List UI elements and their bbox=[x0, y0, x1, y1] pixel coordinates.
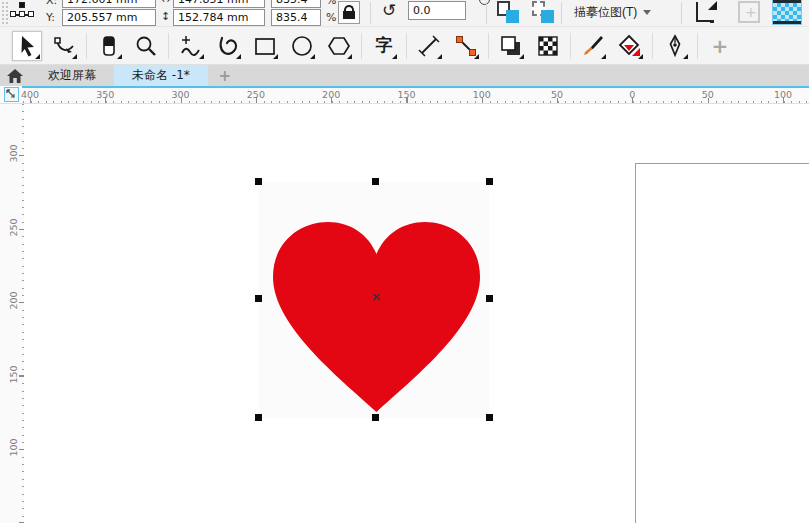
v-ruler-label: 250 bbox=[8, 217, 19, 237]
page-boundary bbox=[635, 163, 809, 523]
separator bbox=[570, 33, 571, 59]
h-ruler-label: 250 bbox=[247, 89, 265, 100]
separator bbox=[488, 33, 489, 59]
heart-image[interactable] bbox=[265, 213, 488, 412]
interactive-fill-tool[interactable] bbox=[615, 31, 645, 61]
eyedropper-tool[interactable] bbox=[578, 31, 608, 61]
add-tool-button[interactable]: + bbox=[705, 31, 735, 61]
selection-handle[interactable] bbox=[486, 178, 493, 185]
tab-welcome-label: 欢迎屏幕 bbox=[48, 67, 96, 84]
edit-bitmap-icon[interactable] bbox=[496, 0, 520, 24]
drawing-canvas[interactable]: 300250200150100 × bbox=[0, 104, 809, 523]
adjust-bitmap-icon-disabled bbox=[738, 1, 760, 23]
h-ruler-label: 100 bbox=[774, 89, 792, 100]
home-icon bbox=[7, 69, 23, 83]
checkerboard-icon bbox=[536, 34, 560, 58]
shape-tool[interactable] bbox=[49, 31, 79, 61]
tab-untitled-document[interactable]: 未命名 -1* bbox=[114, 65, 208, 86]
scale-height-percent-label: % bbox=[326, 11, 336, 24]
object-width-icon: ↔ bbox=[161, 0, 170, 6]
lock-icon bbox=[343, 11, 355, 19]
curve-tool[interactable] bbox=[213, 31, 243, 61]
freehand-tool[interactable] bbox=[176, 31, 206, 61]
h-ruler-label: 150 bbox=[397, 89, 415, 100]
object-height-icon: ↕ bbox=[161, 10, 170, 23]
ellipse-tool[interactable] bbox=[287, 31, 317, 61]
selection-handle[interactable] bbox=[255, 295, 262, 302]
selection-handle[interactable] bbox=[255, 178, 262, 185]
selection-handle[interactable] bbox=[486, 414, 493, 421]
object-origin-selector[interactable] bbox=[10, 0, 36, 21]
bitmap-transparency-icon[interactable] bbox=[773, 0, 801, 24]
property-bar: X: Y: ↔ ↕ % % ↺ 描摹位图(T) bbox=[0, 0, 809, 27]
trace-bitmap-button[interactable]: 描摹位图(T) bbox=[568, 1, 657, 24]
home-tab[interactable] bbox=[0, 65, 30, 86]
selection-handle[interactable] bbox=[486, 295, 493, 302]
document-tab-bar: 欢迎屏幕 未命名 -1* + bbox=[0, 65, 809, 86]
toolbar-grip[interactable] bbox=[0, 0, 8, 26]
y-position-input[interactable] bbox=[62, 9, 156, 26]
tab-document-label: 未命名 -1* bbox=[132, 67, 190, 84]
scale-width-percent-label: % bbox=[326, 0, 336, 7]
x-position-input[interactable] bbox=[62, 0, 156, 8]
horizontal-ruler[interactable]: 40035030025020015010050050100 bbox=[22, 86, 809, 104]
outline-pen-tool[interactable] bbox=[660, 31, 690, 61]
separator bbox=[370, 2, 371, 24]
ruler-origin-icon bbox=[4, 87, 19, 102]
y-position-label: Y: bbox=[46, 11, 55, 24]
separator bbox=[361, 33, 362, 59]
separator bbox=[86, 33, 87, 59]
plus-icon: + bbox=[712, 34, 729, 58]
object-height-input[interactable] bbox=[173, 9, 265, 26]
text-tool[interactable]: 字 bbox=[369, 31, 399, 61]
v-ruler-label: 100 bbox=[8, 438, 19, 458]
scale-width-input[interactable] bbox=[271, 0, 321, 8]
magnifier-icon bbox=[134, 34, 158, 58]
rectangle-tool[interactable] bbox=[250, 31, 280, 61]
separator bbox=[652, 33, 653, 59]
separator bbox=[486, 2, 487, 24]
h-ruler-label: 50 bbox=[551, 89, 563, 100]
tab-welcome-screen[interactable]: 欢迎屏幕 bbox=[30, 65, 114, 86]
connector-tool[interactable] bbox=[451, 31, 481, 61]
h-ruler-label: 350 bbox=[96, 89, 114, 100]
transparency-tool[interactable] bbox=[533, 31, 563, 61]
v-ruler-label: 150 bbox=[8, 364, 19, 384]
rotation-dial-icon[interactable] bbox=[479, 0, 490, 5]
pick-tool[interactable] bbox=[12, 31, 42, 61]
vertical-ruler[interactable]: 300250200150100 bbox=[0, 104, 24, 523]
selection-handle[interactable] bbox=[372, 178, 379, 185]
ruler-row: 40035030025020015010050050100 bbox=[0, 86, 809, 104]
resample-bitmap-icon[interactable] bbox=[531, 0, 555, 24]
separator bbox=[168, 33, 169, 59]
heart-shape[interactable] bbox=[273, 222, 480, 412]
toolbox: 字 bbox=[0, 27, 809, 65]
h-ruler-label: 0 bbox=[629, 89, 635, 100]
scale-height-input[interactable] bbox=[271, 9, 321, 26]
new-document-tab-button[interactable]: + bbox=[208, 65, 242, 86]
dropdown-arrow-icon bbox=[643, 10, 651, 15]
selection-handle[interactable] bbox=[372, 414, 379, 421]
rotation-angle-input[interactable] bbox=[408, 1, 466, 20]
separator bbox=[561, 2, 562, 24]
lock-ratio-button[interactable] bbox=[338, 1, 360, 24]
h-ruler-label: 200 bbox=[322, 89, 340, 100]
drop-shadow-tool[interactable] bbox=[496, 31, 526, 61]
separator bbox=[681, 2, 682, 24]
ruler-origin-corner[interactable] bbox=[0, 86, 22, 104]
selection-handle[interactable] bbox=[255, 414, 262, 421]
h-ruler-label: 50 bbox=[702, 89, 714, 100]
v-ruler-label: 300 bbox=[8, 144, 19, 164]
v-ruler-label: 200 bbox=[8, 291, 19, 311]
h-ruler-label: 400 bbox=[21, 89, 39, 100]
h-ruler-label: 300 bbox=[172, 89, 190, 100]
straighten-image-icon[interactable] bbox=[694, 0, 718, 24]
trace-bitmap-label: 描摹位图(T) bbox=[574, 4, 637, 21]
eraser-tool[interactable] bbox=[94, 31, 124, 61]
polygon-tool[interactable] bbox=[324, 31, 354, 61]
zoom-tool[interactable] bbox=[131, 31, 161, 61]
object-width-input[interactable] bbox=[173, 0, 265, 8]
separator bbox=[406, 33, 407, 59]
x-position-label: X: bbox=[46, 0, 57, 7]
dimension-tool[interactable] bbox=[414, 31, 444, 61]
